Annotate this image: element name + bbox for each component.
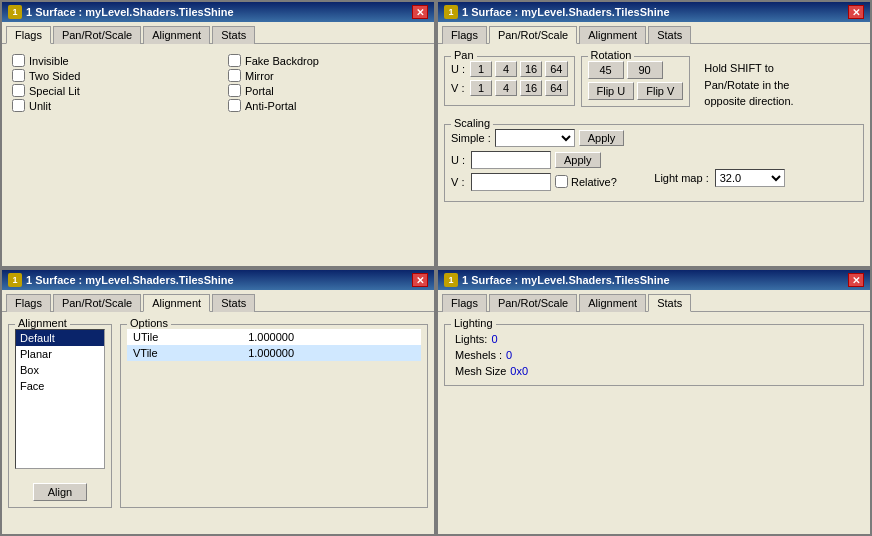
titlebar-alignment: 1 1 Surface : myLevel.Shaders.TilesShine… [2,270,434,290]
pan-v-row: V : 1 4 16 64 [451,80,568,96]
close-button-stats[interactable]: ✕ [848,273,864,287]
panel-title-panrot: 1 Surface : myLevel.Shaders.TilesShine [462,6,670,18]
alignment-inner: Alignment Default Planar Box Face Align … [8,318,428,508]
tab-flags-alignment[interactable]: Alignment [143,26,210,44]
checkbox-unlit[interactable] [12,99,25,112]
alignment-item-default[interactable]: Default [16,330,104,346]
flag-mirror: Mirror [228,69,424,82]
flip-v[interactable]: Flip V [637,82,683,100]
align-btn-container: Align [15,475,105,501]
scaling-u-label: U : [451,154,467,166]
flip-u[interactable]: Flip U [588,82,635,100]
alignment-group-title: Alignment [15,317,70,329]
tab-stats-alignment[interactable]: Alignment [579,294,646,312]
lightmap-section: Light map : 32.0 [654,169,784,187]
label-portal: Portal [245,85,274,97]
checkbox-relative[interactable] [555,175,568,188]
rotate-90[interactable]: 90 [627,61,663,79]
hint-text: Hold SHIFT toPan/Rotate in theopposite d… [704,62,793,107]
pan-group-title: Pan [451,49,477,61]
tab-alignment-panrot[interactable]: Pan/Rot/Scale [53,294,141,312]
pan-u-16[interactable]: 16 [520,61,542,77]
close-button-alignment[interactable]: ✕ [412,273,428,287]
pan-u-4[interactable]: 4 [495,61,517,77]
checkbox-fake-backdrop[interactable] [228,54,241,67]
panel-icon-3: 1 [8,273,22,287]
scaling-v-input[interactable] [471,173,551,191]
panel-title-stats: 1 Surface : myLevel.Shaders.TilesShine [462,274,670,286]
tab-stats-stats[interactable]: Stats [648,294,691,312]
tab-panrot-panrot[interactable]: Pan/Rot/Scale [489,26,577,44]
alignment-item-box[interactable]: Box [16,362,104,378]
alignment-item-face[interactable]: Face [16,378,104,394]
panrot-content: Pan U : 1 4 16 64 V : 1 4 16 64 [438,44,870,266]
panel-flags: 1 1 Surface : myLevel.Shaders.TilesShine… [0,0,436,268]
pan-u-1[interactable]: 1 [470,61,492,77]
label-special-lit: Special Lit [29,85,80,97]
pan-v-4[interactable]: 4 [495,80,517,96]
options-group-title: Options [127,317,171,329]
flag-two-sided: Two Sided [12,69,208,82]
tab-stats-panrot[interactable]: Pan/Rot/Scale [489,294,577,312]
panel-icon-4: 1 [444,273,458,287]
pan-v-16[interactable]: 16 [520,80,542,96]
meshes-label: Meshels : [455,349,502,361]
label-anti-portal: Anti-Portal [245,100,296,112]
pan-u-64[interactable]: 64 [545,61,567,77]
lightmap-dropdown[interactable]: 32.0 [715,169,785,187]
tab-alignment-flags[interactable]: Flags [6,294,51,312]
tab-alignment-stats[interactable]: Stats [212,294,255,312]
options-row-vtile: VTile 1.000000 [127,345,421,361]
pan-u-row: U : 1 4 16 64 [451,61,568,77]
label-invisible: Invisible [29,55,69,67]
scaling-group: Scaling Simple : Apply U : Apply [444,124,864,202]
panel-title-alignment: 1 Surface : myLevel.Shaders.TilesShine [26,274,234,286]
flag-portal: Portal [228,84,424,97]
options-cell-utile-name: UTile [127,329,242,345]
align-button[interactable]: Align [33,483,87,501]
label-mirror: Mirror [245,70,274,82]
panel-icon: 1 [8,5,22,19]
meshes-row: Meshels : 0 [455,349,853,361]
pan-v-64[interactable]: 64 [545,80,567,96]
options-table: UTile 1.000000 VTile 1.000000 [127,329,421,361]
scaling-u-input[interactable] [471,151,551,169]
pan-u-label: U : [451,63,467,75]
panel-icon-2: 1 [444,5,458,19]
meshes-value: 0 [506,349,512,361]
checkbox-anti-portal[interactable] [228,99,241,112]
lights-value: 0 [491,333,497,345]
checkbox-portal[interactable] [228,84,241,97]
tab-bar-stats: Flags Pan/Rot/Scale Alignment Stats [438,290,870,312]
close-button-panrot[interactable]: ✕ [848,5,864,19]
checkbox-special-lit[interactable] [12,84,25,97]
tab-flags-flags[interactable]: Flags [6,26,51,44]
tab-panrot-flags[interactable]: Flags [442,26,487,44]
tab-flags-stats[interactable]: Stats [212,26,255,44]
tab-panrot-alignment[interactable]: Alignment [579,26,646,44]
tab-flags-panrot[interactable]: Pan/Rot/Scale [53,26,141,44]
tab-alignment-alignment[interactable]: Alignment [143,294,210,312]
scaling-simple-row: Simple : Apply [451,129,624,147]
pan-v-1[interactable]: 1 [470,80,492,96]
tab-stats-flags[interactable]: Flags [442,294,487,312]
hint-box: Hold SHIFT toPan/Rotate in theopposite d… [696,56,801,114]
scaling-left: Simple : Apply U : Apply V : [451,129,624,195]
lighting-group-title: Lighting [451,317,496,329]
checkbox-two-sided[interactable] [12,69,25,82]
tab-panrot-stats[interactable]: Stats [648,26,691,44]
alignment-content: Alignment Default Planar Box Face Align … [2,312,434,534]
apply-u[interactable]: Apply [555,152,601,168]
rotate-45[interactable]: 45 [588,61,624,79]
lights-label: Lights: [455,333,487,345]
mesh-size-row: Mesh Size 0x0 [455,365,853,377]
apply-simple[interactable]: Apply [579,130,625,146]
relative-label: Relative? [571,176,617,188]
checkbox-mirror[interactable] [228,69,241,82]
scaling-v-label: V : [451,176,467,188]
alignment-item-planar[interactable]: Planar [16,346,104,362]
scaling-simple-dropdown[interactable] [495,129,575,147]
close-button-flags[interactable]: ✕ [412,5,428,19]
rotation-row-1: 45 90 [588,61,684,79]
checkbox-invisible[interactable] [12,54,25,67]
